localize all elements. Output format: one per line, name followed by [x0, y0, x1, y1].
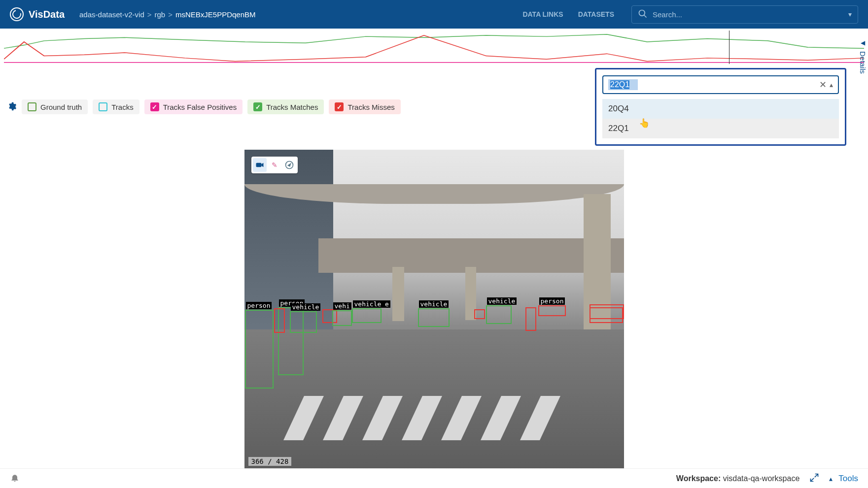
- image-viewer: ✎ 366 / 428 personpersonvehiclevehivehic…: [7, 150, 861, 470]
- filter-label: Ground truth: [40, 103, 82, 111]
- frame-counter: 366 / 428: [248, 457, 292, 466]
- detection-box[interactable]: [274, 308, 285, 333]
- gear-icon[interactable]: [7, 101, 17, 113]
- detection-box[interactable]: person: [245, 310, 274, 389]
- filter-label: Tracks False Positives: [163, 103, 237, 111]
- detection-box[interactable]: vehicle: [290, 311, 317, 333]
- version-input[interactable]: [608, 79, 638, 90]
- filter-tracks[interactable]: Tracks: [93, 99, 139, 114]
- timeline-chart[interactable]: [4, 31, 864, 64]
- detection-box[interactable]: vehicle e: [352, 308, 382, 323]
- detection-label: person: [539, 297, 565, 305]
- version-options-list: 20Q4 22Q1: [602, 99, 839, 138]
- detection-box[interactable]: vehicle: [418, 308, 450, 327]
- detection-label: person: [246, 302, 272, 309]
- filter-tracks-matches[interactable]: Tracks Matches: [247, 99, 324, 114]
- breadcrumb-sep: >: [168, 10, 173, 19]
- search-dropdown-icon[interactable]: ▾: [848, 10, 852, 18]
- version-dropdown[interactable]: ✕ ▴: [602, 75, 839, 94]
- breadcrumb-root[interactable]: adas-dataset-v2-vid: [79, 10, 144, 19]
- checkbox-checked-icon: [150, 102, 159, 111]
- tools-link[interactable]: Tools: [838, 474, 858, 484]
- nav-data-links[interactable]: DATA LINKS: [522, 10, 563, 18]
- detection-label: vehicle e: [353, 300, 390, 308]
- detection-box[interactable]: [525, 307, 536, 331]
- pencil-tool-icon[interactable]: ✎: [268, 158, 281, 172]
- details-collapse-icon[interactable]: ◀: [861, 39, 865, 46]
- chevron-up-icon[interactable]: ▴: [829, 475, 833, 483]
- app-name: VisData: [29, 9, 65, 20]
- filter-label: Tracks: [111, 103, 133, 111]
- breadcrumb-leaf[interactable]: msNEBxJE5PPDqenBM: [175, 10, 256, 19]
- detection-label: vehicle: [291, 303, 321, 311]
- svg-point-0: [639, 10, 645, 16]
- timeline-playhead[interactable]: [729, 31, 729, 64]
- logo-icon: [10, 7, 24, 21]
- svg-line-1: [644, 15, 647, 17]
- version-option[interactable]: 22Q1: [602, 119, 839, 138]
- video-frame[interactable]: ✎ 366 / 428 personpersonvehiclevehivehic…: [244, 150, 624, 470]
- detection-box[interactable]: [590, 307, 623, 323]
- checkbox-icon: [28, 102, 36, 111]
- image-toolbar: ✎: [251, 157, 298, 173]
- detection-label: vehi: [333, 302, 351, 310]
- checkbox-checked-icon: [335, 102, 344, 111]
- footer-bar: Workspace: visdata-qa-workspace ▴ Tools: [0, 468, 868, 488]
- workspace-label: Workspace: visdata-qa-workspace: [676, 474, 799, 483]
- version-option[interactable]: 20Q4: [602, 99, 839, 119]
- filter-label: Tracks Matches: [266, 103, 318, 111]
- compass-tool-icon[interactable]: [282, 158, 296, 172]
- detection-label: vehicle: [487, 297, 517, 305]
- filter-tracks-fp[interactable]: Tracks False Positives: [144, 99, 243, 114]
- details-label: Details: [859, 51, 867, 74]
- version-dropdown-panel: ✕ ▴ 20Q4 22Q1 👆: [595, 68, 846, 146]
- bell-icon[interactable]: [10, 473, 20, 484]
- logo[interactable]: VisData: [10, 7, 65, 21]
- search-box[interactable]: ▾: [631, 5, 858, 24]
- detection-box[interactable]: [474, 309, 485, 319]
- search-input[interactable]: [653, 10, 848, 19]
- breadcrumb: adas-dataset-v2-vid > rgb > msNEBxJE5PPD…: [79, 10, 256, 19]
- details-sidetab[interactable]: ◀ Details: [857, 34, 868, 133]
- detection-label: vehicle: [419, 300, 449, 308]
- breadcrumb-mid[interactable]: rgb: [155, 10, 166, 19]
- camera-tool-icon[interactable]: [253, 158, 267, 172]
- detection-box[interactable]: vehi: [332, 310, 352, 326]
- nav-datasets[interactable]: DATASETS: [578, 10, 614, 18]
- filter-row: Ground truth Tracks Tracks False Positiv…: [0, 64, 868, 150]
- chevron-up-icon[interactable]: ▴: [830, 81, 833, 89]
- detection-box[interactable]: person: [538, 305, 566, 316]
- detection-box[interactable]: vehicle: [486, 305, 512, 324]
- expand-icon[interactable]: [809, 473, 819, 484]
- checkbox-icon: [99, 102, 107, 111]
- filter-ground-truth[interactable]: Ground truth: [22, 99, 88, 114]
- svg-rect-2: [256, 163, 261, 167]
- filter-tracks-misses[interactable]: Tracks Misses: [329, 99, 400, 114]
- app-header: VisData adas-dataset-v2-vid > rgb > msNE…: [0, 0, 868, 29]
- filter-label: Tracks Misses: [347, 103, 394, 111]
- checkbox-checked-icon: [253, 102, 262, 111]
- clear-icon[interactable]: ✕: [819, 79, 827, 90]
- breadcrumb-sep: >: [147, 10, 152, 19]
- search-icon: [638, 9, 648, 20]
